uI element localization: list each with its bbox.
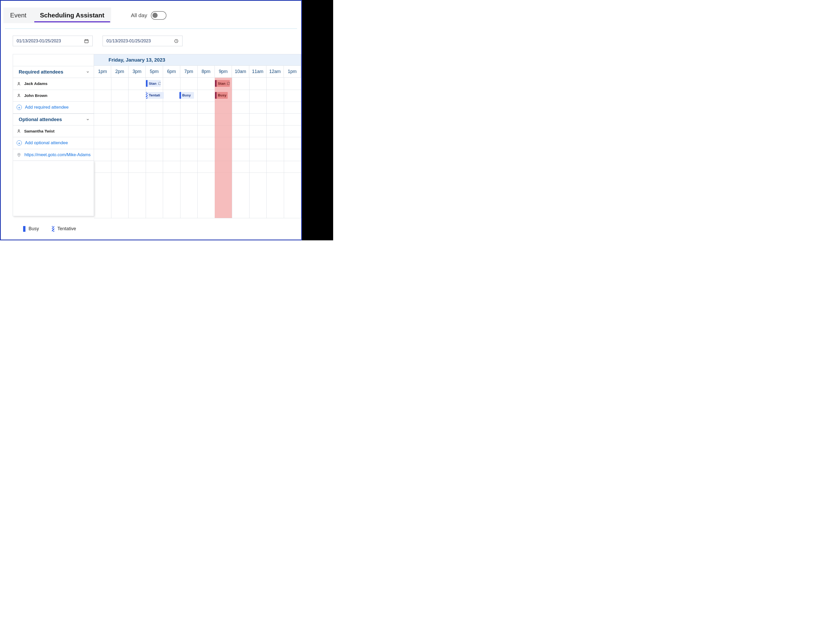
optional-section-label: Optional attendees [19, 117, 62, 123]
scheduling-assistant-frame: Event Scheduling Assistant All day 01/13… [0, 0, 302, 240]
person-icon [17, 82, 21, 86]
attendee-name: John Brown [24, 93, 47, 98]
time-column: 12am [266, 66, 283, 77]
legend: Busy Tentative [1, 218, 301, 232]
add-optional-label: Add optional attendee [25, 140, 68, 145]
calendar-icon [84, 39, 89, 43]
time-column: 9pm [215, 66, 232, 77]
attendee-name: Jack Adams [24, 81, 47, 86]
legend-busy-label: Busy [29, 226, 39, 231]
event-label: Busy [218, 93, 227, 97]
date-range-input[interactable]: 01/13/2023-01/25/2023 [13, 36, 93, 46]
time-column: 6pm [163, 66, 180, 77]
time-column: 1pm [94, 66, 111, 77]
location-pin-icon [17, 153, 21, 157]
time-column: 11am [249, 66, 266, 77]
time-column: 1pm [284, 66, 301, 77]
tab-scheduling-assistant[interactable]: Scheduling Assistant [33, 8, 111, 23]
svg-rect-0 [85, 39, 88, 42]
event-label: Stan [149, 82, 156, 85]
attendee-row[interactable]: Samantha Twist [13, 126, 94, 138]
event-john-7pm-busy[interactable]: Busy [180, 92, 194, 99]
event-jack-9pm-conflict[interactable]: Stan [215, 80, 230, 87]
busy-swatch [23, 226, 26, 232]
required-section-label: Required attendees [19, 69, 63, 75]
legend-tentative: Tentative [52, 226, 76, 232]
plus-circle-icon: + [17, 140, 22, 145]
time-column: 8pm [197, 66, 215, 77]
svg-point-4 [18, 130, 20, 131]
event-john-9pm-conflict[interactable]: Busy [215, 92, 228, 99]
time-header: 1pm2pm3pm5pm6pm7pm8pm9pm10am11am12am1pm [94, 66, 301, 78]
all-day-toggle[interactable] [151, 11, 166, 20]
tab-event[interactable]: Event [3, 8, 33, 23]
tentative-swatch [52, 226, 54, 232]
attendee-row[interactable]: John Brown [13, 90, 94, 102]
person-icon [17, 129, 21, 133]
recurring-icon [227, 82, 230, 85]
all-day-label: All day [131, 12, 147, 18]
svg-point-2 [18, 82, 20, 84]
all-day-control: All day [131, 11, 166, 20]
event-jack-5pm[interactable]: Stan [146, 80, 161, 87]
plus-circle-icon: + [17, 105, 22, 110]
attendee-panel: Required attendees Jack Adams John Brown… [13, 54, 94, 218]
legend-tentative-label: Tentative [57, 226, 76, 231]
time-column: 2pm [111, 66, 128, 77]
topbar: Event Scheduling Assistant All day [1, 8, 301, 23]
person-icon [17, 93, 21, 98]
day-header-label: Friday, January 13, 2023 [109, 57, 165, 63]
blackout-strip [302, 0, 333, 240]
recurring-icon [158, 82, 161, 85]
time-range-input[interactable]: 01/13/2023-01/25/2023 [103, 36, 183, 46]
meeting-link: https://meet.goto.com/Mike-Adams [24, 152, 91, 157]
chevron-down-icon [86, 118, 89, 121]
event-label: Tentati [149, 93, 160, 97]
attendee-panel-blank-space [13, 161, 94, 216]
time-column: 10am [232, 66, 249, 77]
date-range-value: 01/13/2023-01/25/2023 [17, 38, 61, 43]
chevron-down-icon [86, 70, 89, 74]
svg-point-5 [18, 154, 20, 155]
meeting-link-row[interactable]: https://meet.goto.com/Mike-Adams [13, 149, 94, 161]
attendee-panel-top-blank [13, 54, 94, 66]
date-time-row: 01/13/2023-01/25/2023 01/13/2023-01/25/2… [1, 29, 301, 46]
event-john-5pm-tentative[interactable]: Tentati [146, 92, 164, 99]
add-required-attendee[interactable]: + Add required attendee [13, 101, 94, 114]
time-column: 7pm [180, 66, 197, 77]
attendee-name: Samantha Twist [24, 129, 54, 133]
svg-point-3 [18, 94, 20, 95]
attendee-row[interactable]: Jack Adams [13, 78, 94, 90]
scheduler: Required attendees Jack Adams John Brown… [13, 54, 301, 218]
time-column: 3pm [128, 66, 145, 77]
add-required-label: Add required attendee [25, 105, 68, 110]
event-label: Busy [182, 93, 191, 97]
day-header: Friday, January 13, 2023 [94, 54, 301, 66]
clock-icon [174, 39, 179, 43]
selected-time-band[interactable] [215, 78, 232, 218]
tab-strip: Event Scheduling Assistant [3, 8, 111, 23]
add-optional-attendee[interactable]: + Add optional attendee [13, 137, 94, 149]
required-section-header[interactable]: Required attendees [13, 66, 94, 78]
optional-section-header[interactable]: Optional attendees [13, 114, 94, 126]
availability-grid[interactable]: Friday, January 13, 2023 1pm2pm3pm5pm6pm… [94, 54, 301, 218]
event-label: Stan [218, 82, 225, 85]
time-column: 5pm [145, 66, 163, 77]
time-range-value: 01/13/2023-01/25/2023 [106, 38, 151, 43]
legend-busy: Busy [23, 226, 39, 232]
grid-body[interactable]: Stan Tentati Busy Stan [94, 78, 301, 218]
